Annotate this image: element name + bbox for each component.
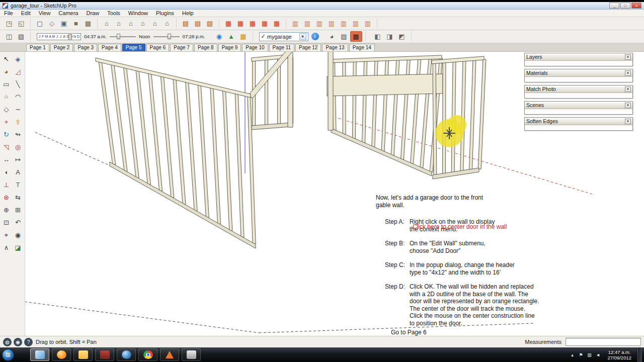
- slider-thumb[interactable]: [168, 34, 171, 39]
- panel-tool-icon-3[interactable]: ▥: [313, 18, 326, 29]
- tab-page-9[interactable]: Page 9: [218, 44, 242, 51]
- shadows-on-icon[interactable]: ▩: [350, 31, 362, 42]
- panel-titlebar[interactable]: Scenes×: [525, 102, 632, 109]
- panel-tool-icon-7[interactable]: ▥: [362, 18, 374, 29]
- month-mar[interactable]: M: [45, 34, 48, 40]
- zoom-tool-icon[interactable]: ⊕: [1, 204, 12, 216]
- wireframe-icon[interactable]: ◇: [46, 18, 58, 29]
- text-tool-icon[interactable]: A: [12, 166, 24, 178]
- circle-tool-icon[interactable]: ○: [1, 90, 12, 103]
- panel-titlebar[interactable]: Soften Edges×: [525, 118, 632, 125]
- tab-page-5[interactable]: Page 5: [122, 44, 145, 51]
- iso-view-icon[interactable]: ⌂: [101, 18, 113, 29]
- slider-thumb[interactable]: [117, 34, 120, 39]
- paint-bucket-tool-icon[interactable]: ◕: [1, 65, 12, 78]
- hidden-line-icon[interactable]: ▣: [58, 18, 70, 29]
- arc-tool-icon[interactable]: ◠: [12, 90, 24, 103]
- geolocation-status-icon[interactable]: ◍: [3, 338, 12, 346]
- materials-brick-icon-2[interactable]: ▤: [192, 18, 204, 29]
- month-may[interactable]: M: [52, 34, 55, 40]
- panel-tool-icon-4[interactable]: ▥: [326, 18, 338, 29]
- section-tool-icon-3[interactable]: ▦: [247, 18, 259, 29]
- taskbar-media[interactable]: [117, 348, 136, 361]
- chevron-down-icon[interactable]: ▾: [299, 33, 306, 40]
- month-nov[interactable]: N: [73, 34, 76, 40]
- tab-page-6[interactable]: Page 6: [146, 44, 170, 51]
- scale-tool-icon[interactable]: ◹: [1, 141, 12, 153]
- previous-view-tool-icon[interactable]: ↶: [12, 216, 24, 229]
- month-jan[interactable]: J: [38, 34, 41, 40]
- shaded-icon[interactable]: ■: [70, 18, 82, 29]
- month-jul[interactable]: J: [59, 34, 62, 40]
- xray-icon[interactable]: ▢: [34, 18, 46, 29]
- rotate-texture-icon[interactable]: ◨: [384, 31, 396, 42]
- close-button[interactable]: ×: [631, 3, 641, 9]
- polygon-tool-icon[interactable]: ◇: [1, 103, 12, 116]
- shadow-dialog-icon[interactable]: ◫: [3, 31, 15, 42]
- menu-view[interactable]: View: [35, 10, 55, 16]
- menu-file[interactable]: File: [0, 10, 17, 16]
- tab-page-14[interactable]: Page 14: [349, 44, 375, 51]
- look-around-tool-icon[interactable]: ◉: [12, 229, 24, 241]
- axes-tool-icon[interactable]: ⊥: [1, 178, 12, 191]
- orbit-tool-icon[interactable]: ⊛: [1, 191, 12, 204]
- make-component-icon[interactable]: ◈: [12, 53, 24, 65]
- follow-me-tool-icon[interactable]: ↬: [12, 128, 24, 141]
- right-view-icon[interactable]: ⌂: [137, 18, 149, 29]
- tab-page-2[interactable]: Page 2: [50, 44, 73, 51]
- month-feb[interactable]: F: [41, 34, 45, 40]
- panel-titlebar[interactable]: Match Photo×: [525, 85, 632, 93]
- shadow-date-slider[interactable]: [153, 34, 180, 40]
- month-dec[interactable]: D: [76, 34, 80, 40]
- model-canvas[interactable]: Now, let's add a garage door to the fron…: [25, 52, 644, 336]
- close-icon[interactable]: ×: [625, 119, 631, 124]
- tape-measure-tool-icon[interactable]: ↔: [1, 153, 12, 166]
- taskbar-explorer[interactable]: [30, 348, 49, 361]
- freehand-tool-icon[interactable]: ∼: [12, 103, 24, 116]
- scene-dropdown[interactable]: ✓ mygarage ▾: [259, 32, 308, 41]
- title-bar[interactable]: garage_tour - SketchUp Pro _ □ ×: [0, 2, 644, 10]
- line-tool-icon[interactable]: ╲: [12, 78, 24, 90]
- credit-status-icon[interactable]: ◉: [14, 338, 22, 346]
- left-view-icon[interactable]: ⌂: [161, 18, 173, 29]
- tray-network-icon[interactable]: ▥: [586, 351, 593, 359]
- select-tool-icon[interactable]: ↖: [1, 53, 12, 65]
- back-view-icon[interactable]: ⌂: [149, 18, 161, 29]
- tab-page-12[interactable]: Page 12: [295, 44, 321, 51]
- tab-page-7[interactable]: Page 7: [170, 44, 193, 51]
- zoom-window-tool-icon[interactable]: ⊞: [12, 204, 24, 216]
- tray-flag-icon[interactable]: ⚑: [577, 351, 584, 359]
- walk-tool-icon[interactable]: ∧: [1, 241, 12, 254]
- move-tool-icon[interactable]: +: [1, 116, 12, 128]
- tab-page-1[interactable]: Page 1: [26, 44, 49, 51]
- panel-tool-icon-1[interactable]: ▥: [289, 18, 301, 29]
- sample-paint-icon[interactable]: ▨: [338, 31, 350, 42]
- zoom-extents-tool-icon[interactable]: ⊡: [1, 216, 12, 229]
- shadow-time-slider[interactable]: [110, 34, 136, 40]
- tab-page-8[interactable]: Page 8: [194, 44, 217, 51]
- top-view-icon[interactable]: ⌂: [113, 18, 125, 29]
- taskbar-vlc[interactable]: [160, 348, 179, 361]
- getting-started-info-icon[interactable]: i: [311, 33, 319, 40]
- close-icon[interactable]: ×: [625, 103, 631, 108]
- start-button[interactable]: ⊞: [2, 349, 14, 361]
- position-texture-icon[interactable]: ◧: [372, 31, 384, 42]
- tab-page-11[interactable]: Page 11: [269, 44, 295, 51]
- month-apr[interactable]: A: [48, 34, 52, 40]
- month-oct[interactable]: O: [69, 34, 73, 40]
- pan-tool-icon[interactable]: ⇆: [12, 191, 24, 204]
- taskbar-clock[interactable]: 12:47 a.m. 27/09/2012: [604, 349, 634, 360]
- position-camera-tool-icon[interactable]: ⌖: [1, 229, 12, 241]
- help-status-icon[interactable]: ?: [24, 338, 33, 346]
- menu-help[interactable]: Help: [178, 10, 198, 16]
- panel-tool-icon-5[interactable]: ▥: [338, 18, 350, 29]
- month-jun[interactable]: J: [55, 34, 59, 40]
- cube-tool-icon-1[interactable]: ◳: [3, 18, 15, 29]
- paint-bucket-icon[interactable]: ◕: [326, 31, 338, 42]
- taskbar-notepad[interactable]: [182, 348, 201, 361]
- menu-window[interactable]: Window: [124, 10, 152, 16]
- dimension-tool-icon[interactable]: ↦: [12, 153, 24, 166]
- measurements-field[interactable]: [566, 338, 641, 346]
- section-tool-icon-1[interactable]: ▦: [222, 18, 234, 29]
- taskbar-chrome[interactable]: [138, 348, 157, 361]
